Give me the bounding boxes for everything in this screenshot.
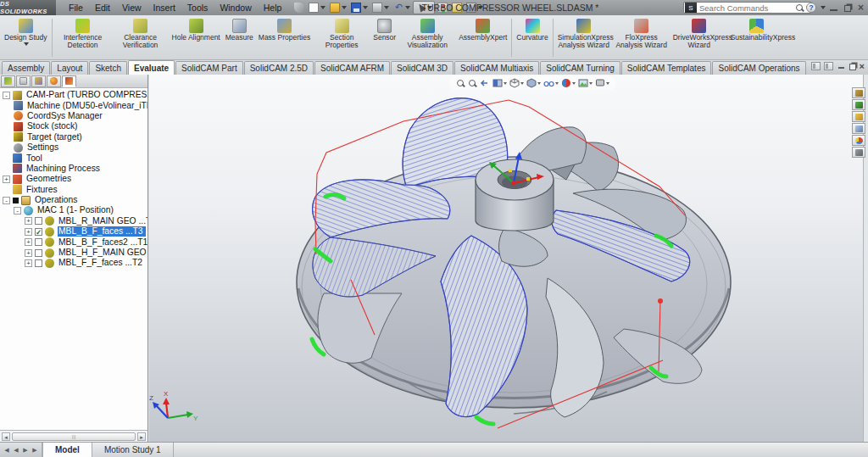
tab-solidcam-templates[interactable]: SolidCAM Templates [621, 61, 712, 75]
collapse-icon[interactable]: - [3, 197, 10, 204]
sensor-button[interactable]: Sensor [370, 17, 398, 59]
solidcam-button-1[interactable] [852, 87, 865, 98]
collapse-icon[interactable]: - [3, 92, 10, 99]
doc-minimize-icon[interactable] [837, 62, 846, 70]
assemblyxpert-button[interactable]: AssemblyXpert [456, 17, 509, 59]
tree-horizontal-scrollbar[interactable]: ◂ ||| ▸ [0, 430, 147, 442]
tree-item-operations[interactable]: - Operations [0, 195, 147, 205]
expand-icon[interactable]: + [25, 238, 32, 246]
solidcam-button-5[interactable] [852, 135, 865, 146]
expand-icon[interactable]: + [25, 249, 32, 257]
tree-item-mac1[interactable]: - MAC 1 (1- Position) [0, 205, 147, 215]
graphics-viewport[interactable]: X Y Z [149, 75, 863, 442]
tree-item-stock[interactable]: Stock (stock) [0, 121, 147, 131]
doc-close-icon[interactable]: × [860, 62, 865, 70]
measure-button[interactable]: Measure [223, 17, 256, 59]
tree-item-operation-4[interactable]: + MBL_H_F_MAIN GEO ...T1 [0, 248, 147, 258]
featuremanager-tab[interactable] [1, 75, 15, 87]
mass-properties-button[interactable]: Mass Properties [256, 17, 313, 59]
first-tab-icon[interactable]: ◀ [3, 447, 11, 454]
checkbox-unchecked[interactable] [35, 217, 42, 225]
tab-solidcam-25d[interactable]: SolidCAM 2.5D [244, 61, 314, 75]
expand-icon[interactable]: + [25, 228, 32, 236]
tab-solidcam-operations[interactable]: SolidCAM Operations [712, 61, 805, 75]
tree-item-geometries[interactable]: + Geometries [0, 174, 147, 184]
doc-restore-icon[interactable] [849, 64, 856, 70]
tree-item-cam-part[interactable]: - CAM-Part (TURBO COMPRESSOR WHEEL) [0, 90, 147, 100]
close-button[interactable]: × [855, 2, 866, 13]
previous-view-button[interactable] [480, 78, 490, 88]
view-orientation-button[interactable] [509, 78, 524, 88]
tab-assembly[interactable]: Assembly [2, 61, 50, 75]
tab-solidcam-turning[interactable]: SolidCAM Turning [540, 61, 620, 75]
menu-window[interactable]: Window [214, 1, 257, 14]
checkbox-unchecked[interactable] [35, 238, 42, 246]
menu-view[interactable]: View [116, 1, 147, 14]
apply-scene-button[interactable] [578, 78, 593, 88]
display-style-button[interactable] [526, 78, 541, 88]
minimize-button[interactable] [828, 2, 839, 13]
solidcam-button-3[interactable] [852, 111, 865, 122]
menu-tools[interactable]: Tools [181, 1, 214, 14]
search-scope-icon[interactable]: S [685, 3, 697, 13]
tree-item-machining-process[interactable]: Machining Process [0, 164, 147, 174]
tab-solidcam-multiaxis[interactable]: SolidCAM Multiaxis [454, 61, 539, 75]
simulationxpress-button[interactable]: SimulationXpress Analysis Wizard [555, 17, 613, 59]
floxpress-button[interactable]: FloXpress Analysis Wizard [613, 17, 670, 59]
pane-layout-icon[interactable] [811, 62, 821, 70]
assembly-visualization-button[interactable]: Assembly Visualization [398, 17, 456, 59]
menu-insert[interactable]: Insert [147, 1, 181, 14]
tab-layout[interactable]: Layout [51, 61, 88, 75]
next-tab-icon[interactable]: ▶ [21, 447, 30, 454]
view-settings-button[interactable] [595, 78, 609, 88]
section-properties-button[interactable]: Section Properties [313, 17, 370, 59]
sustainabilityxpress-button[interactable]: SustainabilityXpress [728, 17, 786, 59]
hole-alignment-button[interactable]: Hole Alignment [170, 17, 223, 59]
tree-item-machine[interactable]: Machine (DMU50-eVolinear_iTNC530_5X-Si [0, 100, 147, 110]
driveworksxpress-button[interactable]: DriveWorksXpress Wizard [670, 17, 728, 59]
solidcam-button-6[interactable] [852, 147, 865, 158]
scroll-left-icon[interactable]: ◂ [2, 432, 10, 441]
tree-item-fixtures[interactable]: Fixtures [0, 185, 147, 195]
tree-item-tool[interactable]: Tool [0, 153, 147, 163]
propertymanager-tab[interactable] [16, 75, 31, 87]
solidcam-button-4[interactable] [852, 123, 865, 134]
menu-file[interactable]: File [63, 1, 89, 14]
collapse-icon[interactable]: - [14, 207, 21, 215]
tab-evaluate[interactable]: Evaluate [128, 60, 175, 75]
displaymanager-tab[interactable] [47, 75, 61, 87]
zoom-fit-button[interactable] [456, 79, 465, 88]
tree-item-operation-2-selected[interactable]: + ✓ MBL_B_F_faces ...T3 [0, 226, 147, 237]
section-view-button[interactable] [492, 78, 507, 88]
last-tab-icon[interactable]: ▶ [31, 447, 39, 454]
tab-model[interactable]: Model [42, 443, 92, 457]
hide-show-items-button[interactable] [543, 78, 559, 88]
tree-item-operation-5[interactable]: + MBL_F_F_faces ...T2 [0, 258, 147, 268]
search-input[interactable] [697, 3, 795, 13]
tree-item-operation-1[interactable]: + MBL_R_MAIN GEO ...T1 [0, 216, 147, 226]
expand-icon[interactable]: + [25, 217, 32, 225]
edit-appearance-button[interactable] [561, 78, 576, 88]
configurationmanager-tab[interactable] [31, 75, 46, 87]
chevron-down-icon[interactable] [821, 6, 826, 9]
solidcam-manager-tab[interactable] [62, 75, 76, 87]
tab-solidcam-part[interactable]: SolidCAM Part [175, 61, 243, 75]
checkbox-checked[interactable]: ✓ [35, 228, 42, 236]
solidcam-button-2[interactable] [852, 99, 865, 110]
scroll-thumb[interactable]: ||| [12, 432, 136, 441]
tree-item-operation-3[interactable]: + MBL_B_F_faces2 ...T1 [0, 237, 147, 247]
expand-icon[interactable]: + [3, 176, 10, 183]
scroll-right-icon[interactable]: ▸ [137, 432, 146, 441]
tab-motion-study-1[interactable]: Motion Study 1 [92, 443, 174, 457]
restore-button[interactable] [842, 2, 853, 13]
search-icon[interactable] [795, 3, 804, 13]
tab-solidcam-afrm[interactable]: SolidCAM AFRM [314, 61, 390, 75]
prev-tab-icon[interactable]: ◀ [12, 447, 20, 454]
pane-layout2-icon[interactable] [824, 62, 833, 70]
interference-detection-button[interactable]: Interference Detection [54, 17, 112, 59]
curvature-button[interactable]: Curvature [514, 17, 550, 59]
expand-icon[interactable]: + [25, 259, 32, 267]
checkbox-unchecked[interactable] [35, 259, 42, 267]
tree-item-coordsys-manager[interactable]: CoordSys Manager [0, 111, 147, 121]
checkbox-unchecked[interactable] [35, 249, 42, 257]
